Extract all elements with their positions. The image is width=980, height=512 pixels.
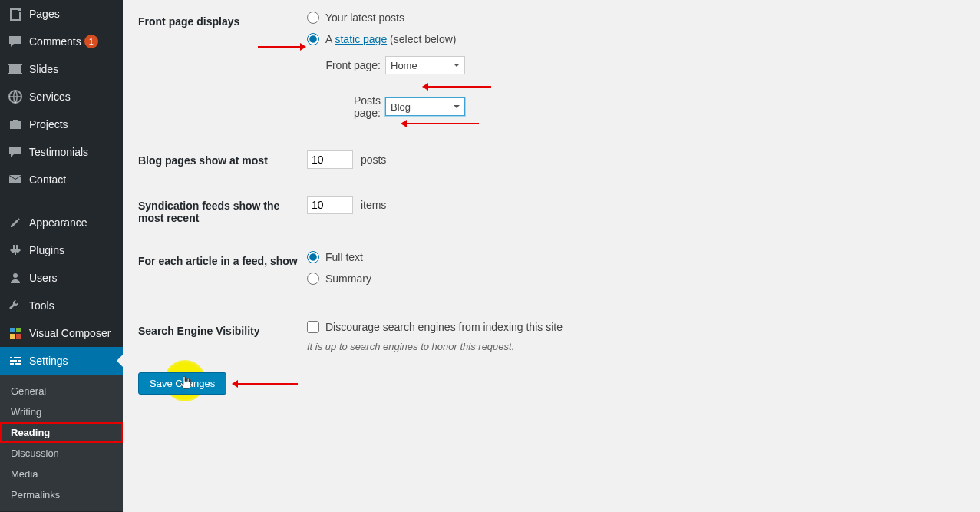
settings-submenu: General Writing Reading Discussion Media… bbox=[0, 375, 123, 511]
comments-icon bbox=[8, 34, 23, 49]
sidebar-item-label: Visual Composer bbox=[29, 327, 111, 339]
menu-separator bbox=[0, 193, 123, 209]
radio-summary[interactable] bbox=[307, 273, 319, 285]
red-arrow bbox=[238, 383, 298, 385]
sev-note: It is up to search engines to honor this… bbox=[307, 341, 957, 352]
sidebar-item-label: Slides bbox=[29, 63, 58, 75]
plugin-icon bbox=[8, 243, 23, 258]
sidebar-item-settings[interactable]: Settings bbox=[0, 347, 123, 375]
sliders-icon bbox=[8, 353, 23, 368]
radio-label: A static page (select below) bbox=[325, 33, 456, 45]
sidebar-item-visual-composer[interactable]: Visual Composer bbox=[0, 319, 123, 347]
chevron-down-icon bbox=[454, 64, 460, 67]
chevron-down-icon bbox=[454, 105, 460, 108]
static-page-link[interactable]: static page bbox=[335, 33, 387, 45]
cursor-hand-icon bbox=[180, 375, 192, 391]
select-value: Home bbox=[391, 60, 417, 71]
radio-label: Summary bbox=[325, 273, 371, 285]
admin-sidebar: Pages Comments 1 Slides Services Project… bbox=[0, 0, 123, 512]
sidebar-item-label: Tools bbox=[29, 299, 54, 312]
comments-badge: 1 bbox=[84, 35, 98, 48]
sidebar-item-label: Users bbox=[29, 272, 58, 284]
sidebar-item-label: Appearance bbox=[29, 216, 87, 229]
front-page-displays-heading: Front page displays bbox=[138, 0, 307, 139]
radio-static-page[interactable] bbox=[307, 33, 319, 45]
submenu-item-media[interactable]: Media bbox=[0, 464, 123, 484]
radio-label: Your latest posts bbox=[325, 12, 404, 24]
mail-icon bbox=[8, 172, 23, 187]
svg-point-1 bbox=[13, 273, 18, 278]
sidebar-item-projects[interactable]: Projects bbox=[0, 111, 123, 138]
red-arrow bbox=[258, 46, 300, 48]
testimonial-icon bbox=[8, 144, 23, 160]
sidebar-item-label: Comments bbox=[29, 35, 81, 48]
sidebar-item-tools[interactable]: Tools bbox=[0, 292, 123, 319]
sidebar-item-contact[interactable]: Contact bbox=[0, 166, 123, 193]
visual-composer-icon bbox=[8, 325, 23, 341]
brush-icon bbox=[8, 215, 23, 230]
blog-pages-heading: Blog pages show at most bbox=[138, 139, 307, 184]
svg-rect-3 bbox=[16, 328, 21, 332]
radio-label: Full text bbox=[325, 251, 363, 263]
sidebar-item-label: Pages bbox=[29, 8, 60, 20]
sidebar-item-services[interactable]: Services bbox=[0, 83, 123, 111]
radio-full-text[interactable] bbox=[307, 251, 319, 263]
sev-heading: Search Engine Visibility bbox=[138, 309, 307, 368]
syndication-input[interactable] bbox=[307, 196, 353, 214]
posts-page-select[interactable]: Blog bbox=[385, 97, 465, 116]
checkbox-label: Discourage search engines from indexing … bbox=[325, 321, 563, 333]
unit-label: posts bbox=[361, 154, 386, 166]
red-arrow bbox=[428, 86, 491, 88]
sidebar-item-plugins[interactable]: Plugins bbox=[0, 236, 123, 264]
sidebar-item-label: Testimonials bbox=[29, 146, 88, 158]
reading-settings-form: Front page displays Your latest posts A … bbox=[138, 0, 965, 368]
submenu-item-discussion[interactable]: Discussion bbox=[0, 443, 123, 464]
syndication-heading: Syndication feeds show the most recent bbox=[138, 184, 307, 239]
front-page-select[interactable]: Home bbox=[385, 56, 465, 74]
users-icon bbox=[8, 270, 23, 286]
submenu-item-general[interactable]: General bbox=[0, 381, 123, 401]
red-arrow bbox=[407, 123, 479, 124]
sidebar-item-comments[interactable]: Comments 1 bbox=[0, 28, 123, 55]
front-page-label: Front page: bbox=[325, 59, 381, 71]
submenu-item-reading[interactable]: Reading bbox=[0, 422, 123, 443]
svg-rect-2 bbox=[10, 328, 15, 332]
radio-latest-posts[interactable] bbox=[307, 12, 319, 24]
submit-row: Save Changes bbox=[138, 372, 965, 395]
sidebar-item-appearance[interactable]: Appearance bbox=[0, 209, 123, 236]
sidebar-item-testimonials[interactable]: Testimonials bbox=[0, 138, 123, 166]
feed-format-heading: For each article in a feed, show bbox=[138, 239, 307, 309]
sidebar-item-users[interactable]: Users bbox=[0, 264, 123, 292]
sidebar-item-label: Contact bbox=[29, 173, 66, 186]
sidebar-item-slides[interactable]: Slides bbox=[0, 55, 123, 83]
svg-rect-4 bbox=[10, 334, 15, 339]
submenu-item-writing[interactable]: Writing bbox=[0, 401, 123, 422]
pages-icon bbox=[8, 6, 23, 21]
globe-icon bbox=[8, 89, 23, 104]
sidebar-item-label: Plugins bbox=[29, 244, 64, 256]
sidebar-item-label: Settings bbox=[29, 355, 68, 367]
select-value: Blog bbox=[391, 101, 411, 113]
svg-rect-5 bbox=[16, 334, 21, 339]
unit-label: items bbox=[361, 199, 386, 211]
sidebar-item-label: Services bbox=[29, 91, 71, 103]
sidebar-item-pages[interactable]: Pages bbox=[0, 0, 123, 28]
wrench-icon bbox=[8, 298, 23, 313]
settings-content: Front page displays Your latest posts A … bbox=[123, 0, 980, 512]
portfolio-icon bbox=[8, 117, 23, 132]
slides-icon bbox=[8, 61, 23, 77]
discourage-checkbox[interactable] bbox=[307, 321, 319, 333]
submenu-item-permalinks[interactable]: Permalinks bbox=[0, 484, 123, 505]
posts-page-label: Posts page: bbox=[325, 94, 381, 119]
sidebar-item-label: Projects bbox=[29, 118, 68, 130]
blog-pages-input[interactable] bbox=[307, 150, 353, 169]
